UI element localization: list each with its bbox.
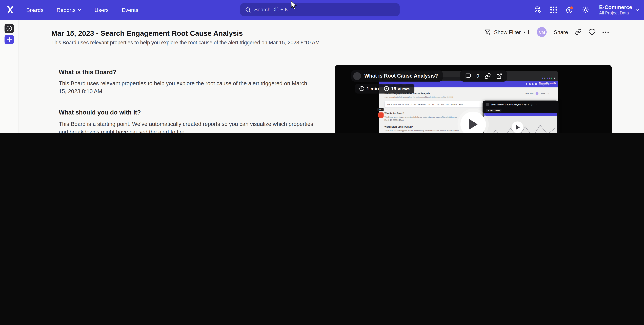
main-nav: Boards Reports Users Events: [26, 7, 138, 13]
mini-filter: Filter: [459, 103, 463, 105]
views-icon: [383, 86, 389, 91]
nested-mini-nav: [484, 113, 557, 116]
create-new-button[interactable]: [4, 35, 14, 44]
filter-plus-icon: [484, 28, 491, 35]
compass-icon: [6, 25, 12, 32]
data-management-icon[interactable]: [534, 6, 542, 14]
what-to-do-heading: What should you do with it?: [59, 109, 141, 116]
record-stop-button[interactable]: [378, 112, 384, 118]
link-icon[interactable]: [484, 73, 491, 79]
what-to-do-body: This Board is a starting point. We’ve au…: [59, 121, 314, 133]
nav-right: ? E-Commerce All Project Data: [534, 0, 639, 20]
mini-date-range: Mar 9, 2023 - Mar 15, 2023: [387, 103, 409, 105]
settings-gear-icon[interactable]: [582, 6, 590, 14]
mini-board-subtitle: ...ant properties to help you explore th…: [384, 96, 508, 98]
page-title: Mar 15, 2023 - Search Engagement Root Ca…: [51, 29, 243, 38]
nested-video-title: What is Root Cause Analysis?: [491, 103, 522, 106]
video-views: 19 views: [391, 86, 410, 91]
recording-timestamp: 0:02: [378, 108, 384, 111]
apps-grid-icon[interactable]: [550, 6, 558, 14]
mini-avatar: [536, 92, 538, 94]
avatar[interactable]: CM: [537, 27, 547, 37]
link-icon: [575, 29, 582, 35]
favorite-button[interactable]: [588, 28, 596, 35]
project-selector[interactable]: E-Commerce All Project Data: [599, 4, 639, 15]
copy-link-button[interactable]: [575, 29, 582, 35]
video-title: What is Root Cause Analysis?: [364, 73, 438, 79]
chevron-down-icon: [636, 8, 639, 11]
project-scope: All Project Data: [599, 10, 629, 15]
video-player[interactable]: Mar 15, 2023 - Search Enga... × + Mixpan…: [335, 65, 612, 133]
comment-icon[interactable]: [465, 73, 471, 79]
nested-video-player: What is Root Cause Analysis? 💬0🔗↗ 18 sec…: [483, 101, 559, 133]
nav-boards[interactable]: Boards: [26, 7, 43, 13]
search-icon: [245, 7, 251, 12]
nested-play-button[interactable]: [512, 121, 523, 133]
open-external-icon[interactable]: [496, 73, 502, 79]
top-nav: Boards Reports Users Events Search ⌘ + K…: [0, 0, 644, 20]
mini-range-buttons: Today Yesterday 7D 30D 3M 6M 12M Default: [411, 103, 457, 105]
show-filter-button[interactable]: Show Filter • 1: [484, 28, 530, 35]
mixpanel-logo-icon[interactable]: [6, 5, 15, 14]
page-subtitle: This Board uses relevant properties to h…: [51, 40, 320, 45]
plus-icon: [7, 37, 12, 42]
search-shortcut: ⌘ + K: [274, 6, 288, 13]
board-actions: Show Filter • 1 CM Share: [484, 27, 609, 37]
explore-compass-button[interactable]: [4, 24, 14, 33]
mini-project-scope: All Project Data: [539, 84, 556, 86]
play-icon: [515, 125, 520, 130]
mixpanel-app: Boards Reports Users Events Search ⌘ + K…: [0, 0, 644, 133]
creator-avatar: [353, 72, 361, 80]
left-rail: [0, 20, 19, 133]
what-is-board-heading: What is this Board?: [59, 68, 116, 75]
project-name: E-Commerce: [599, 4, 632, 10]
extension-icons: [542, 77, 555, 79]
mini-board-actions: Hide Filter Share ♡…: [526, 92, 553, 94]
nested-video-stats: 18 sec 1 view: [486, 109, 502, 112]
filter-count-badge: • 1: [524, 29, 530, 35]
video-duration: 1 min: [366, 86, 379, 91]
video-stats-bar: 1 min 19 views: [355, 84, 414, 94]
nav-users[interactable]: Users: [94, 7, 108, 13]
video-title-bar: What is Root Cause Analysis?: [351, 70, 443, 82]
more-options-button[interactable]: [602, 31, 609, 32]
clock-icon: [359, 86, 365, 91]
play-icon: [468, 118, 478, 130]
video-action-bar: 0: [460, 70, 507, 82]
chevron-down-icon: [78, 8, 81, 11]
comment-count: 0: [476, 73, 479, 79]
heart-icon: [588, 28, 596, 35]
search-placeholder: Search: [254, 7, 270, 12]
search-input[interactable]: Search ⌘ + K: [240, 3, 400, 16]
what-is-board-body: This Board uses relevant properties to h…: [59, 80, 310, 95]
share-button[interactable]: Share: [554, 29, 568, 35]
svg-text:?: ?: [568, 8, 570, 12]
help-icon[interactable]: ?: [566, 6, 574, 14]
mini-project-name: Mixpanel (project 3): [539, 82, 556, 84]
mouse-cursor: [290, 0, 300, 10]
nav-events[interactable]: Events: [122, 7, 138, 13]
nested-avatar: [486, 103, 489, 106]
nav-reports[interactable]: Reports: [57, 7, 81, 13]
